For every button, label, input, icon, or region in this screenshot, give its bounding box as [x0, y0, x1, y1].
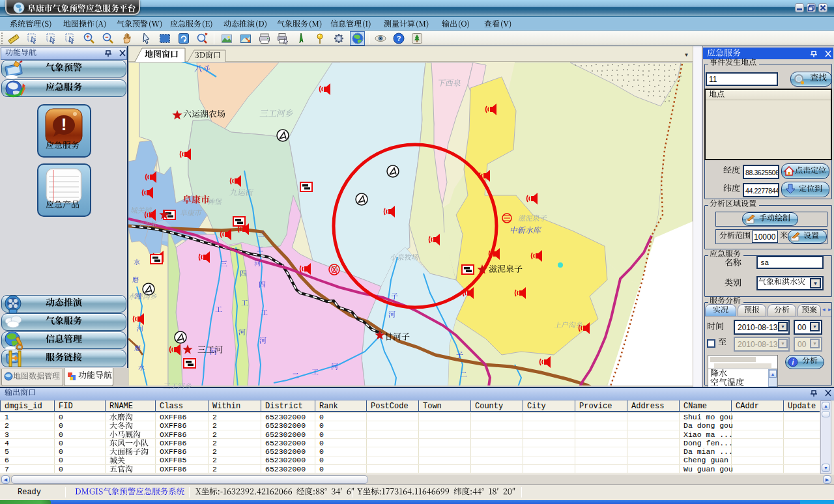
svg-text:i: i [792, 359, 794, 366]
svg-text:?: ? [397, 35, 401, 42]
svg-text:+: + [86, 34, 89, 40]
svg-text:−: − [105, 34, 108, 40]
svg-text:!: ! [61, 115, 67, 134]
